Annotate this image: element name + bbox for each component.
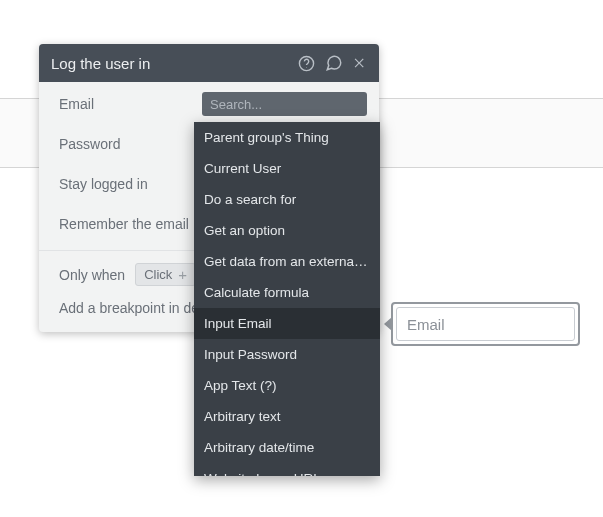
element-preview-callout <box>384 302 580 346</box>
comment-icon[interactable] <box>325 54 343 72</box>
callout-box <box>391 302 580 346</box>
dropdown-item[interactable]: Get an option <box>194 215 380 246</box>
dropdown-item[interactable]: Input Email <box>194 308 380 339</box>
close-icon[interactable] <box>353 56 367 70</box>
panel-header[interactable]: Log the user in <box>39 44 379 82</box>
panel-title: Log the user in <box>51 55 298 72</box>
preview-email-input[interactable] <box>396 307 575 341</box>
dropdown-item[interactable]: Arbitrary text <box>194 401 380 432</box>
email-expression-search[interactable] <box>202 92 367 116</box>
dropdown-item[interactable]: Calculate formula <box>194 277 380 308</box>
email-field-row: Email <box>59 90 367 118</box>
only-when-button-text: Click <box>144 267 172 282</box>
only-when-label: Only when <box>59 267 125 283</box>
dropdown-item[interactable]: App Text (?) <box>194 370 380 401</box>
dropdown-item[interactable]: Arbitrary date/time <box>194 432 380 463</box>
dropdown-item[interactable]: Website home URL <box>194 463 380 476</box>
dropdown-item[interactable]: Input Password <box>194 339 380 370</box>
dropdown-item[interactable]: Current User <box>194 153 380 184</box>
plus-icon: + <box>178 267 187 282</box>
svg-point-1 <box>306 66 307 67</box>
only-when-condition-button[interactable]: Click + <box>135 263 196 286</box>
field-label-email: Email <box>59 96 202 112</box>
dropdown-item[interactable]: Parent group's Thing <box>194 122 380 153</box>
help-icon[interactable] <box>298 55 315 72</box>
expression-dropdown: Parent group's ThingCurrent UserDo a sea… <box>194 122 380 476</box>
dropdown-item[interactable]: Get data from an external API <box>194 246 380 277</box>
dropdown-item[interactable]: Do a search for <box>194 184 380 215</box>
